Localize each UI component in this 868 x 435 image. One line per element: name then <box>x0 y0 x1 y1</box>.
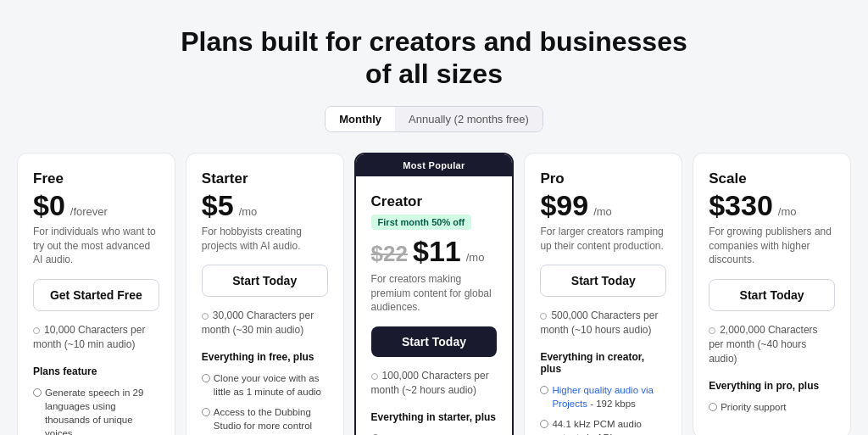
feature-item: Clone your voice with as little as 1 min… <box>202 371 328 399</box>
price-period: /mo <box>778 205 797 218</box>
feature-list: Professional voice cloning to create the… <box>371 432 498 435</box>
cta-button-creator[interactable]: Start Today <box>371 326 498 357</box>
feature-highlight: Higher quality audio via Projects <box>552 385 654 409</box>
page-header: Plans built for creators and businesseso… <box>17 25 851 132</box>
plan-name: Pro <box>540 170 666 187</box>
cta-button-starter[interactable]: Start Today <box>202 265 328 297</box>
page-title: Plans built for creators and businesseso… <box>17 25 851 91</box>
section-label: Everything in creator, plus <box>540 351 666 375</box>
characters-icon <box>709 327 715 334</box>
price-period: /forever <box>70 205 108 218</box>
section-label: Everything in pro, plus <box>709 380 835 392</box>
price-period: /mo <box>239 205 258 218</box>
price-row: $22$11/mo <box>371 237 498 267</box>
first-month-badge: First month 50% off <box>371 215 472 230</box>
feature-item: Higher quality audio via Projects - 192 … <box>540 383 666 410</box>
plans-container: Free$0/foreverFor individuals who want t… <box>17 153 851 435</box>
characters-icon <box>540 313 547 320</box>
section-label: Everything in starter, plus <box>371 411 498 423</box>
price-main: $330 <box>709 191 773 220</box>
feature-item: Priority support <box>709 400 835 414</box>
most-popular-badge: Most Popular <box>356 154 513 176</box>
characters-info: 30,000 Characters per month (~30 min aud… <box>202 309 328 337</box>
characters-icon <box>33 327 40 334</box>
billing-toggle: Monthly Annually (2 months free) <box>325 106 542 132</box>
feature-list: Clone your voice with as little as 1 min… <box>202 371 328 435</box>
characters-icon <box>371 373 378 380</box>
plan-description: For hobbyists creating projects with AI … <box>202 225 328 254</box>
price-row: $5/mo <box>202 191 328 220</box>
price-original: $22 <box>371 241 408 267</box>
characters-info: 2,000,000 Characters per month (~40 hour… <box>709 323 835 365</box>
feature-item: Generate speech in 29 languages using th… <box>33 386 159 435</box>
plan-name: Creator <box>371 193 498 210</box>
price-main: $99 <box>540 191 588 220</box>
feature-item: 44.1 kHz PCM audio output via API <box>540 417 666 435</box>
plan-card-scale: Scale$330/moFor growing publishers and c… <box>693 153 851 435</box>
feature-item: Access to the Dubbing Studio for more co… <box>202 405 328 435</box>
feature-list: Priority support <box>709 400 835 414</box>
characters-info: 10,000 Characters per month (~10 min aud… <box>33 323 159 352</box>
cta-button-pro[interactable]: Start Today <box>540 265 666 297</box>
plan-description: For larger creators ramping up their con… <box>540 225 666 254</box>
price-period: /mo <box>466 251 485 264</box>
plan-description: For growing publishers and companies wit… <box>709 225 835 267</box>
characters-info: 500,000 Characters per month (~10 hours … <box>540 309 666 337</box>
price-row: $330/mo <box>709 191 835 220</box>
plan-description: For individuals who want to try out the … <box>33 225 159 267</box>
price-main: $5 <box>202 191 234 220</box>
cta-button-free[interactable]: Get Started Free <box>33 279 159 311</box>
cta-button-scale[interactable]: Start Today <box>709 279 835 311</box>
plan-name: Free <box>33 170 159 187</box>
feature-list: Generate speech in 29 languages using th… <box>33 386 159 435</box>
plan-description: For creators making premium content for … <box>371 272 498 315</box>
price-main: $11 <box>413 237 461 265</box>
feature-item: Professional voice cloning to create the… <box>371 432 498 435</box>
price-row: $99/mo <box>540 191 666 220</box>
plan-name: Starter <box>202 170 328 187</box>
plan-card-free: Free$0/foreverFor individuals who want t… <box>17 153 175 435</box>
section-label: Plans feature <box>33 365 159 377</box>
price-main: $0 <box>33 191 65 220</box>
characters-info: 100,000 Characters per month (~2 hours a… <box>371 369 498 398</box>
section-label: Everything in free, plus <box>202 351 328 363</box>
plan-card-starter: Starter$5/moFor hobbyists creating proje… <box>186 153 344 435</box>
plan-card-pro: Pro$99/moFor larger creators ramping up … <box>524 153 682 435</box>
characters-icon <box>202 313 209 320</box>
feature-list: Higher quality audio via Projects - 192 … <box>540 383 666 435</box>
plan-card-creator: Most PopularCreatorFirst month 50% off$2… <box>354 153 515 435</box>
price-row: $0/forever <box>33 191 159 220</box>
annually-toggle[interactable]: Annually (2 months free) <box>395 107 542 131</box>
monthly-toggle[interactable]: Monthly <box>326 107 395 131</box>
price-period: /mo <box>593 205 612 218</box>
plan-name: Scale <box>709 170 835 187</box>
